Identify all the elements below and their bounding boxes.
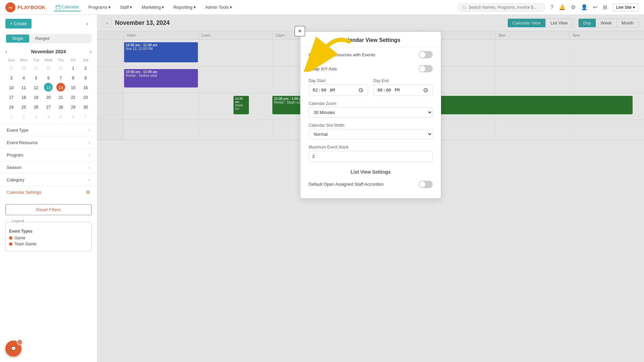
search-input[interactable] [469, 5, 541, 10]
svg-rect-2 [56, 5, 60, 9]
calendar-zoom-select[interactable]: 30 Minutes [309, 107, 433, 118]
mini-cal-day[interactable]: 20 [44, 93, 53, 101]
only-show-resources-toggle[interactable] [419, 51, 433, 58]
search-bar[interactable] [458, 3, 545, 11]
mini-cal-day[interactable]: 31 [56, 63, 65, 72]
mini-cal-day[interactable]: 30 [44, 63, 53, 72]
mini-cal-day-today[interactable]: 13 [44, 83, 53, 92]
mini-cal-day[interactable]: 7 [56, 73, 65, 82]
mini-cal-day[interactable]: 6 [44, 73, 53, 82]
mini-cal-day[interactable]: 30 [81, 102, 90, 111]
mini-cal-day[interactable]: 25 [19, 102, 28, 111]
mini-cal-day[interactable]: 7 [81, 112, 90, 121]
mini-cal-day[interactable]: 5 [56, 112, 65, 121]
single-toggle-btn[interactable]: Single [6, 35, 29, 43]
svg-point-6 [463, 5, 465, 8]
mini-cal-day-selected[interactable]: 14 [56, 83, 65, 92]
mini-cal-day[interactable]: 8 [69, 73, 77, 82]
mini-cal-day[interactable]: 4 [44, 112, 53, 121]
mini-cal-day[interactable]: 11 [19, 83, 28, 92]
mini-cal-day[interactable]: 2 [19, 112, 28, 121]
dow-wed: Wed [43, 57, 55, 63]
mini-cal-day[interactable]: 5 [32, 73, 41, 82]
mini-cal-day[interactable]: 6 [69, 112, 77, 121]
mini-cal-day[interactable]: 16 [81, 83, 90, 92]
svg-text:💬: 💬 [11, 346, 16, 351]
mini-cal-day[interactable]: 29 [69, 102, 77, 111]
mini-cal-prev[interactable]: ‹ [5, 49, 7, 55]
filter-program[interactable]: Program › [0, 148, 97, 161]
mini-cal-day[interactable]: 28 [19, 63, 28, 72]
create-button[interactable]: + Create [5, 19, 32, 28]
logout-icon[interactable]: ↩ [593, 4, 597, 10]
mini-cal-day[interactable]: 22 [69, 93, 77, 101]
filter-event-type[interactable]: Event Type › [0, 124, 97, 136]
help-icon[interactable]: ? [550, 4, 553, 10]
nav-staff[interactable]: Staff ▾ [118, 3, 135, 11]
nav-programs[interactable]: Programs ▾ [86, 3, 112, 11]
filter-season[interactable]: Season › [0, 161, 97, 173]
mini-cal-day[interactable]: 3 [7, 73, 16, 82]
mini-cal-next[interactable]: › [90, 49, 92, 55]
calendar-slot-width-label: Calendar Slot Width [309, 123, 433, 128]
ranged-toggle-btn[interactable]: Ranged [29, 35, 55, 43]
legend-event-types-label: Event Types [9, 229, 88, 234]
default-open-staff-label: Default Open Assigned Staff Accordion [309, 182, 384, 187]
toggle-knob [419, 52, 425, 58]
grid-icon[interactable]: ⊞ [603, 4, 607, 10]
mini-cal-day[interactable]: 2 [81, 63, 90, 72]
mini-cal-day[interactable]: 17 [7, 93, 16, 101]
max-event-stack-input[interactable] [309, 151, 433, 162]
legend-title: Legend [10, 219, 25, 223]
mini-cal-day[interactable]: 21 [56, 93, 65, 101]
default-open-staff-toggle[interactable] [419, 181, 433, 188]
mini-cal-day[interactable]: 23 [81, 93, 90, 101]
only-show-resources-row: Only Show Resources with Events [301, 48, 441, 62]
day-end-input[interactable] [373, 84, 433, 96]
mini-cal-day[interactable]: 1 [7, 112, 16, 121]
live-site-button[interactable]: Live Site ▾ [612, 3, 639, 11]
single-ranged-toggle: Single Ranged [5, 34, 92, 43]
calendar-settings-item[interactable]: Calendar Settings ⚙ [0, 186, 97, 198]
reset-filters-button[interactable]: Reset Filters [5, 204, 92, 215]
sidebar-filters: Event Type › Event Resource › Program › … [0, 124, 97, 201]
settings-icon[interactable]: ⚙ [571, 4, 576, 10]
mini-cal-day[interactable]: 4 [19, 73, 28, 82]
day-start-input[interactable] [309, 84, 368, 96]
chat-icon: 💬 [9, 345, 17, 353]
filter-event-resource[interactable]: Event Resource › [0, 136, 97, 148]
user-icon[interactable]: 👤 [581, 4, 588, 10]
mini-cal-title: November 2024 [31, 49, 66, 54]
mini-cal-day[interactable]: 24 [7, 102, 16, 111]
nav-admin-tools[interactable]: Admin Tools ▾ [203, 3, 234, 11]
mini-cal-day[interactable]: 15 [69, 83, 77, 92]
dow-sun: Sun [5, 57, 17, 63]
chat-widget[interactable]: 💬 10 [5, 341, 21, 357]
mini-cal-day[interactable]: 3 [32, 112, 41, 121]
mini-cal-day[interactable]: 27 [7, 63, 16, 72]
filter-category[interactable]: Category › [0, 173, 97, 186]
sidebar-collapse-button[interactable]: ‹ [83, 19, 92, 28]
mini-cal-day[interactable]: 28 [56, 102, 65, 111]
mini-cal-day[interactable]: 1 [69, 63, 77, 72]
panel-close-button[interactable]: × [294, 26, 305, 37]
nav-marketing[interactable]: Marketing ▾ [140, 3, 166, 11]
nav-calendar[interactable]: Calendar [54, 3, 81, 11]
dow-tue: Tue [30, 57, 42, 63]
mini-cal-day[interactable]: 27 [44, 102, 53, 111]
only-show-resources-label: Only Show Resources with Events [309, 52, 375, 57]
mini-cal-day[interactable]: 18 [19, 93, 28, 101]
mini-cal-day[interactable]: 26 [32, 102, 41, 111]
swap-xy-toggle[interactable] [419, 65, 433, 72]
notification-icon[interactable]: 🔔 [559, 4, 566, 10]
mini-cal-day[interactable]: 9 [81, 73, 90, 82]
nav-reporting[interactable]: Reporting ▾ [171, 3, 198, 11]
chat-badge: 10 [17, 339, 23, 345]
mini-cal-day[interactable]: 10 [7, 83, 16, 92]
dow-thu: Thu [55, 57, 67, 63]
mini-cal-day[interactable]: 12 [32, 83, 41, 92]
mini-cal-day[interactable]: 19 [32, 93, 41, 101]
toggle-knob [419, 181, 425, 187]
mini-cal-day[interactable]: 29 [32, 63, 41, 72]
calendar-slot-width-select[interactable]: Normal [309, 129, 433, 139]
